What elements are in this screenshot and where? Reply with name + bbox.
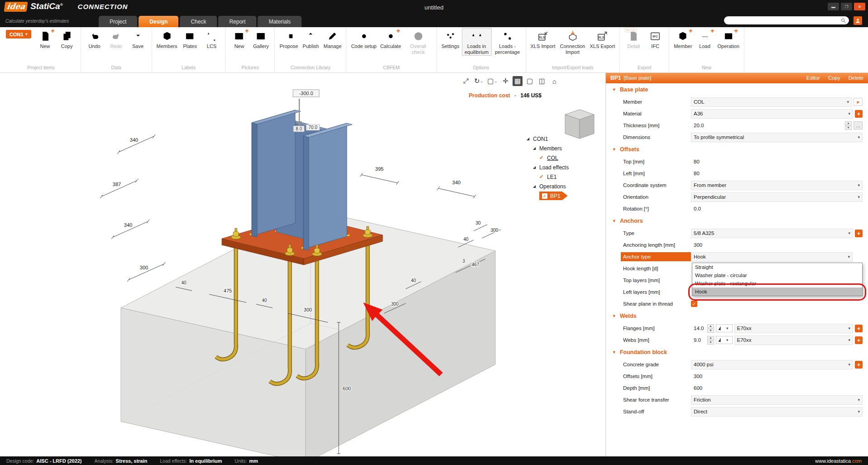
new-member-button[interactable]: +Member (672, 28, 693, 50)
maximize-button[interactable]: ❐ (841, 3, 852, 10)
publish-button[interactable]: Publish (300, 28, 321, 50)
section-base-plate[interactable]: ▼Base plate (606, 83, 868, 96)
xls-export-button[interactable]: XLSXLS Export (589, 28, 617, 50)
thickness-value[interactable]: 20.0 (691, 123, 843, 128)
dropdown-option-washer-circular[interactable]: Washer plate - circular (692, 271, 862, 279)
calculate-button[interactable]: +Calculate (379, 28, 403, 50)
offset-left-value[interactable]: 80 (691, 171, 700, 176)
search-box[interactable] (724, 16, 849, 24)
account-button[interactable] (854, 16, 862, 25)
gallery-button[interactable]: Gallery (250, 28, 271, 50)
add-anchor-type-button[interactable]: + (855, 230, 863, 237)
loads-in-equilibrium-button[interactable]: Loads in equilibrium (462, 28, 492, 56)
expander-icon[interactable]: ◢ (533, 165, 537, 169)
concrete-grade-select[interactable]: 4000 psi▾ (691, 360, 853, 369)
dropdown-option-hook[interactable]: Hook (692, 288, 862, 296)
search-input[interactable] (727, 17, 841, 24)
copy-operation-button[interactable]: Copy (828, 75, 840, 81)
tree-item-con1[interactable]: ◢CON1 (527, 134, 603, 144)
coordinate-system-select[interactable]: From member▾ (691, 181, 863, 190)
tree-item-le1[interactable]: ✓LE1 (527, 172, 603, 182)
plates-labels-button[interactable]: Plates (179, 28, 200, 50)
section-collapse-icon[interactable]: ▼ (612, 350, 616, 355)
tab-project[interactable]: Project (99, 16, 137, 27)
transparent-view-button[interactable]: ▢ (525, 76, 535, 86)
website-link[interactable]: www.ideastatica.com (815, 458, 862, 464)
orientation-select[interactable]: Perpendicular▾ (691, 192, 863, 202)
step-up-icon[interactable]: ▲ (845, 121, 852, 125)
expander-icon[interactable]: ◢ (533, 146, 537, 150)
tab-design[interactable]: Design (139, 16, 178, 27)
3d-viewport[interactable]: 340 387 340 300 395 340 30 300 40 3 467 … (0, 72, 605, 456)
expander-icon[interactable]: ◢ (527, 137, 531, 141)
section-offsets[interactable]: ▼Offsets (606, 143, 868, 156)
webs-electrode-select[interactable]: E70xx▾ (734, 336, 853, 345)
webs-weld-type-button[interactable]: ▾ (716, 336, 733, 344)
step-down-icon[interactable]: ▼ (845, 126, 852, 130)
add-concrete-grade-button[interactable]: + (855, 361, 863, 369)
connection-import-button[interactable]: Connection Import (558, 28, 588, 56)
editor-button[interactable]: Editor (806, 75, 820, 81)
pan-button[interactable]: ✛ (500, 76, 510, 86)
flanges-weld-size[interactable]: 14.0 (691, 326, 705, 331)
thickness-more-button[interactable]: … (854, 121, 863, 129)
3d-scene[interactable]: 340 387 340 300 395 340 30 300 40 3 467 … (0, 72, 605, 456)
foundation-depth-value[interactable]: 600 (691, 385, 702, 391)
new-load-button[interactable]: +Load (695, 28, 715, 50)
material-select[interactable]: A36▾ (691, 109, 853, 119)
anchor-assembly-select[interactable]: 5/8 A325▾ (691, 229, 853, 238)
tree-item-bp1-selected[interactable]: ✓BP1 (527, 191, 603, 201)
close-button[interactable]: ✕ (854, 3, 865, 10)
anchoring-length-value[interactable]: 300 (691, 242, 702, 248)
selection-mode-button[interactable]: ▢⌄ (486, 76, 498, 86)
delete-operation-button[interactable]: Delete (849, 75, 863, 81)
new-operation-button[interactable]: +Operation (716, 28, 741, 50)
ifc-export-button[interactable]: IFCIFC (645, 28, 666, 50)
standoff-select[interactable]: Direct▾ (691, 407, 863, 417)
rotate-view-button[interactable]: ↻⌄ (473, 76, 484, 86)
offset-top-value[interactable]: 80 (691, 159, 700, 164)
shear-plane-checkbox[interactable]: ✓ (691, 301, 697, 307)
section-welds[interactable]: ▼Welds (606, 310, 868, 322)
pick-member-button[interactable]: ➤ (854, 98, 863, 106)
tab-check[interactable]: Check (180, 16, 217, 27)
shaded-view-button[interactable]: ▦ (513, 76, 523, 86)
tab-materials[interactable]: Materials (258, 16, 302, 27)
save-button[interactable]: Save (128, 28, 149, 50)
step-up-icon[interactable]: ▲ (707, 336, 714, 340)
tab-report[interactable]: Report (218, 16, 256, 27)
section-collapse-icon[interactable]: ▼ (612, 147, 616, 152)
tree-item-col[interactable]: ✓COL (527, 153, 603, 163)
lcs-button[interactable]: LCS (201, 28, 222, 50)
expander-icon[interactable]: ◢ (533, 184, 537, 188)
section-collapse-icon[interactable]: ▼ (612, 314, 616, 318)
rotation-value[interactable]: 0.0 (691, 206, 701, 211)
home-view-button[interactable]: ⌂ (549, 76, 559, 86)
section-collapse-icon[interactable]: ▼ (612, 219, 616, 223)
add-webs-electrode-button[interactable]: + (855, 336, 863, 344)
code-setup-button[interactable]: Code setup (350, 28, 378, 50)
thickness-stepper[interactable]: ▲▼ (845, 121, 852, 130)
section-anchors[interactable]: ▼Anchors (606, 215, 868, 227)
foundation-offsets-value[interactable]: 300 (691, 374, 702, 379)
webs-weld-size[interactable]: 9.0 (691, 337, 705, 343)
wireframe-view-button[interactable]: ◫ (537, 76, 547, 86)
shear-force-transfer-select[interactable]: Friction▾ (691, 395, 863, 405)
anchor-type-select[interactable]: Hook▾ (691, 252, 853, 262)
flanges-weld-type-button[interactable]: ▾ (716, 324, 733, 332)
webs-weld-stepper[interactable]: ▲▼ (707, 336, 714, 345)
new-project-item-button[interactable]: +New (35, 28, 56, 50)
section-foundation-block[interactable]: ▼Foundation block (606, 346, 868, 359)
dropdown-option-straight[interactable]: Straight (692, 263, 862, 271)
member-select[interactable]: COL▾ (691, 97, 852, 107)
zoom-fit-button[interactable]: ⤢ (461, 76, 471, 86)
step-up-icon[interactable]: ▲ (707, 324, 714, 328)
dropdown-option-washer-rectangular[interactable]: Washer plate - rectangular (692, 279, 862, 288)
tree-item-members[interactable]: ◢Members (527, 144, 603, 153)
settings-button[interactable]: Settings (440, 28, 461, 50)
step-down-icon[interactable]: ▼ (707, 329, 714, 333)
members-labels-button[interactable]: Members (155, 28, 179, 50)
new-picture-button[interactable]: +New (229, 28, 249, 50)
undo-button[interactable]: Undo (84, 28, 105, 50)
flanges-electrode-select[interactable]: E70xx▾ (734, 324, 853, 333)
